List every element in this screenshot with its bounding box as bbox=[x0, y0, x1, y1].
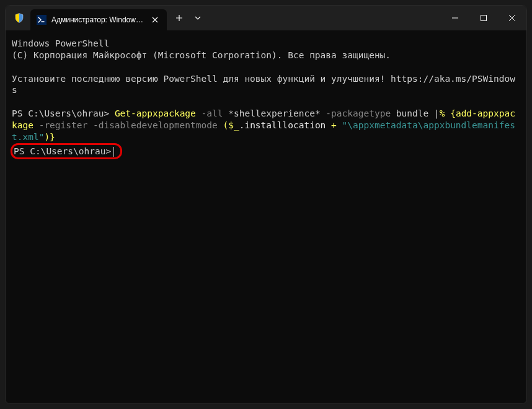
cmd-prop: .installlocation bbox=[239, 120, 331, 130]
cmd-arg: *shellexperience* bbox=[223, 108, 320, 118]
cmd-arg: bundle bbox=[391, 108, 434, 118]
command-line: PS C:\Users\ohrau> Get-appxpackage -all … bbox=[12, 108, 515, 142]
cmd-pipe: | bbox=[434, 108, 440, 118]
tab-close-button[interactable] bbox=[149, 14, 161, 25]
cmd-close: )} bbox=[44, 132, 55, 142]
output-line: Установите последнюю версию PowerShell д… bbox=[12, 73, 520, 97]
cursor bbox=[113, 147, 114, 157]
cmd-brace: { bbox=[450, 108, 456, 118]
cmd-var: $_ bbox=[228, 120, 239, 130]
maximize-button[interactable] bbox=[469, 6, 498, 30]
output-line: (C) Корпорация Майкрософт (Microsoft Cor… bbox=[12, 50, 520, 61]
close-button[interactable] bbox=[498, 6, 526, 30]
window-controls bbox=[441, 6, 526, 30]
tab-title: Администратор: Windows Pc bbox=[51, 15, 144, 24]
titlebar: Администратор: Windows Pc bbox=[6, 6, 526, 30]
cmdlet: Get-appxpackage bbox=[115, 108, 196, 118]
cmd-flag: -register -disabledevelopmentmode bbox=[33, 120, 223, 130]
new-tab-button[interactable] bbox=[169, 8, 189, 28]
active-tab[interactable]: Администратор: Windows Pc bbox=[30, 9, 167, 30]
prompt: PS C:\Users\ohrau> bbox=[12, 108, 115, 118]
admin-shield-icon bbox=[13, 12, 25, 24]
tab-dropdown-button[interactable] bbox=[189, 8, 206, 28]
prompt: PS C:\Users\ohrau> bbox=[14, 146, 111, 156]
cmd-flag: -packagetype bbox=[321, 108, 391, 118]
cmd-paren: ( bbox=[223, 120, 228, 130]
svg-rect-1 bbox=[481, 15, 487, 21]
highlight-annotation: PS C:\Users\ohrau> bbox=[11, 143, 122, 160]
cmd-flag: -all bbox=[196, 108, 223, 118]
terminal-content[interactable]: Windows PowerShell(C) Корпорация Майкрос… bbox=[6, 30, 526, 403]
output-line: Windows PowerShell bbox=[12, 38, 520, 50]
cmd-op: % bbox=[440, 108, 450, 118]
powershell-icon bbox=[37, 15, 47, 25]
terminal-window: Администратор: Windows Pc Windows PowerS… bbox=[5, 5, 527, 404]
minimize-button[interactable] bbox=[441, 6, 469, 30]
cmd-op: + bbox=[331, 120, 337, 130]
